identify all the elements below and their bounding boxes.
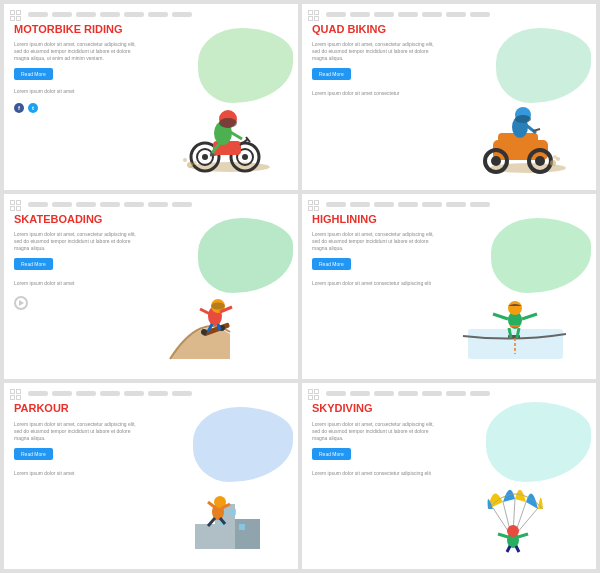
svg-line-79 [516,546,519,552]
motorbike-svg [160,95,270,175]
skate-svg [160,284,270,364]
expand-icon-6 [308,389,319,400]
svg-point-75 [507,525,519,537]
svg-point-19 [183,158,187,162]
svg-point-25 [491,156,501,166]
skydive-illustration [439,402,586,554]
svg-point-18 [187,162,193,168]
card-body-5: Lorem ipsum dolor sit amet, consectetur … [14,421,136,442]
svg-point-3 [202,154,208,160]
svg-rect-62 [239,524,245,530]
twitter-icon[interactable]: t [28,103,38,113]
skate-illustration [141,213,288,365]
svg-point-27 [535,156,545,166]
parkour-illustration [141,402,288,554]
svg-point-15 [219,118,237,128]
facebook-icon[interactable]: f [14,103,24,113]
svg-line-52 [522,314,537,319]
expand-icon [10,10,21,21]
card-title-3: SKATEBOADING [14,213,136,226]
card-title-5: PARKOUR [14,402,136,415]
expand-icon-4 [308,200,319,211]
read-more-button-6[interactable]: Read More [312,448,351,460]
svg-line-45 [218,324,220,330]
expand-icon-3 [10,200,21,211]
highline-svg [458,284,568,364]
svg-line-49 [517,328,519,338]
nav-bar-6 [312,391,586,396]
read-more-button-2[interactable]: Read More [312,68,351,80]
quad-svg [458,95,568,175]
svg-line-51 [493,314,508,319]
svg-rect-60 [230,509,236,515]
svg-point-6 [242,154,248,160]
card-skydive: SKYDIVING Lorem ipsum dolor sit amet, co… [302,383,596,569]
nav-bar-2 [312,12,586,17]
parkour-svg [160,474,270,554]
quad-illustration [439,23,586,175]
svg-point-30 [515,115,531,123]
svg-line-48 [509,328,511,338]
card-skate: SKATEBOADING Lorem ipsum dolor sit amet,… [4,194,298,380]
highline-illustration [439,213,586,365]
card-title-2: QUAD BIKING [312,23,434,36]
card-body-4: Lorem ipsum dolor sit amet, consectetur … [312,231,434,252]
svg-point-35 [553,155,557,159]
svg-line-78 [507,546,510,552]
svg-point-53 [508,301,522,315]
skydive-svg [458,474,568,554]
svg-point-20 [193,161,197,165]
svg-point-41 [211,303,225,310]
nav-bar-5 [14,391,288,396]
read-more-button-5[interactable]: Read More [14,448,53,460]
card-body-3: Lorem ipsum dolor sit amet, consectetur … [14,231,136,252]
svg-rect-58 [195,524,217,549]
card-body: Lorem ipsum dolor sit amet, consectetur … [14,41,136,62]
read-more-button[interactable]: Read More [14,68,53,80]
svg-line-32 [533,129,540,131]
social-icons: f t [14,103,136,113]
card-highline: HIGHLINING Lorem ipsum dolor sit amet, c… [302,194,596,380]
card-body-2: Lorem ipsum dolor sit amet, consectetur … [312,41,434,62]
svg-line-76 [498,534,508,537]
card-body-6: Lorem ipsum dolor sit amet, consectetur … [312,421,434,442]
expand-icon-5 [10,389,21,400]
svg-line-42 [200,309,210,314]
svg-point-33 [550,160,556,166]
nav-bar-4 [312,202,586,207]
nav-bar-3 [14,202,288,207]
card-title-4: HIGHLINING [312,213,434,226]
card-parkour: PARKOUR Lorem ipsum dolor sit amet, cons… [4,383,298,569]
svg-point-37 [201,329,207,335]
svg-line-77 [518,534,528,537]
expand-icon-2 [308,10,319,21]
card-motorbike: MOTORBIKE RIDING Lorem ipsum dolor sit a… [4,4,298,190]
nav-bar [14,12,288,17]
card-quad: QUAD BIKING Lorem ipsum dolor sit amet, … [302,4,596,190]
play-button[interactable] [14,296,28,310]
motorbike-illustration [141,23,288,175]
svg-rect-57 [235,519,260,549]
read-more-button-4[interactable]: Read More [312,258,351,270]
read-more-button-3[interactable]: Read More [14,258,53,270]
main-grid: MOTORBIKE RIDING Lorem ipsum dolor sit a… [0,0,600,573]
card-title: MOTORBIKE RIDING [14,23,136,36]
card-title-6: SKYDIVING [312,402,434,415]
